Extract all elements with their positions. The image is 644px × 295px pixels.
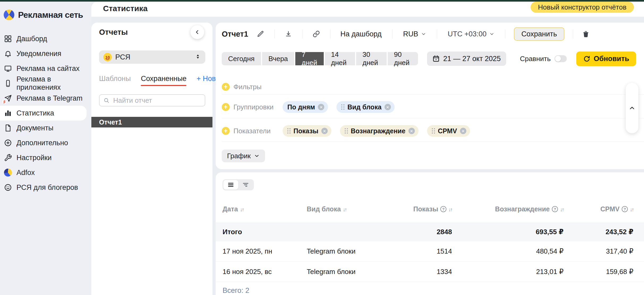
- scroll-top-button[interactable]: [626, 83, 638, 133]
- chevron-up-icon: [628, 104, 636, 112]
- calendar-icon: [432, 55, 440, 62]
- sidebar-item-ads-on-sites[interactable]: Реклама на сайтах: [0, 61, 91, 76]
- preset-7-days[interactable]: 7 дней: [295, 52, 324, 65]
- compare-label: Сравнить: [520, 55, 551, 63]
- column-header-block-type[interactable]: Вид блока: [307, 205, 412, 213]
- drag-handle-icon[interactable]: [341, 104, 344, 110]
- sidebar-item-label: Реклама на сайтах: [16, 65, 79, 73]
- sidebar-item-rsya-for-bloggers[interactable]: РСЯ для блогеров: [0, 180, 91, 195]
- collapse-panel-button[interactable]: [190, 25, 204, 39]
- sidebar-item-documents[interactable]: Документы: [0, 121, 91, 135]
- sidebar-item-statistics[interactable]: Статистика: [0, 106, 87, 121]
- preset-14-days[interactable]: 14 дней: [325, 52, 355, 65]
- sort-icon[interactable]: [343, 205, 346, 213]
- date-range-picker[interactable]: 21 — 27 окт 2025: [427, 52, 506, 66]
- column-header-date[interactable]: Дата: [223, 205, 307, 213]
- metric-chip-impressions[interactable]: Показы ×: [283, 125, 331, 137]
- tab-templates[interactable]: Шаблоны: [99, 75, 131, 83]
- add-filter-button[interactable]: +: [222, 83, 230, 91]
- help-icon[interactable]: [552, 206, 558, 212]
- compare-toggle[interactable]: [555, 55, 567, 62]
- drag-handle-icon[interactable]: [345, 128, 348, 134]
- sidebar-item-settings[interactable]: Настройки: [0, 150, 91, 165]
- chip-label: По дням: [287, 103, 315, 111]
- preset-90-days[interactable]: 90 дней: [388, 52, 418, 65]
- column-header-reward[interactable]: Вознаграждение: [452, 205, 564, 213]
- remove-chip-icon[interactable]: ×: [321, 128, 328, 134]
- drag-handle-icon[interactable]: [432, 128, 435, 134]
- add-grouping-button[interactable]: +: [222, 103, 230, 111]
- remove-chip-icon[interactable]: ×: [318, 104, 324, 110]
- delete-report-button[interactable]: [582, 30, 590, 38]
- sidebar-item-label: Реклама в приложениях: [16, 75, 91, 92]
- grouping-chip-block-type[interactable]: Вид блока ×: [336, 101, 394, 113]
- sidebar-item-notifications[interactable]: Уведомления: [0, 46, 91, 61]
- report-name: Отчет1: [222, 30, 248, 39]
- sort-icon[interactable]: [449, 205, 452, 213]
- preset-30-days[interactable]: 30 дней: [356, 52, 386, 65]
- wrench-icon: [4, 154, 12, 162]
- column-label: Показы: [413, 205, 438, 213]
- column-label: Вид блока: [307, 205, 341, 213]
- help-icon[interactable]: [622, 206, 628, 212]
- select-arrows-icon: [195, 53, 201, 61]
- timezone-select[interactable]: UTC +03:00: [448, 30, 494, 38]
- chevron-left-icon: [194, 29, 201, 36]
- divider: [222, 142, 644, 142]
- chart-view-select[interactable]: График: [222, 149, 265, 162]
- sidebar-item-adfox[interactable]: Adfox: [0, 165, 91, 180]
- tab-saved[interactable]: Сохраненные: [141, 75, 186, 83]
- account-select[interactable]: 10 РСЯ: [99, 50, 205, 64]
- to-dashboard-button[interactable]: На дашборд: [340, 30, 382, 38]
- sidebar-item-dashboard[interactable]: Дашборд: [0, 31, 91, 46]
- table-row[interactable]: 16 ноя 2025, вс Telegram блоки 1334 213,…: [216, 262, 644, 282]
- sort-icon[interactable]: [630, 205, 633, 213]
- account-name: РСЯ: [115, 53, 130, 61]
- column-header-cpmv[interactable]: CPMV: [564, 205, 633, 213]
- flat-view-button[interactable]: [223, 180, 238, 190]
- toolbar-divider: [302, 29, 302, 39]
- remove-chip-icon[interactable]: ×: [408, 128, 415, 134]
- toolbar-divider: [330, 29, 330, 39]
- drag-handle-icon[interactable]: [287, 128, 291, 134]
- sidebar-item-more[interactable]: Дополнительно: [0, 135, 91, 150]
- sidebar-item-label: Документы: [16, 124, 53, 132]
- chip-label: CPMV: [438, 127, 457, 135]
- remove-chip-icon[interactable]: ×: [385, 104, 391, 110]
- column-header-impressions[interactable]: Показы: [412, 205, 452, 213]
- sort-icon[interactable]: [240, 205, 244, 213]
- sidebar-item-ads-in-apps[interactable]: Реклама в приложениях: [0, 76, 91, 91]
- sort-icon[interactable]: [560, 205, 564, 213]
- grouping-chip-by-days[interactable]: По дням ×: [283, 101, 328, 113]
- pencil-icon: [257, 30, 264, 38]
- monitor-icon: [4, 65, 12, 72]
- save-button[interactable]: Сохранить: [514, 27, 564, 41]
- cell-impressions: 1514: [412, 247, 452, 255]
- edit-report-button[interactable]: [257, 30, 264, 38]
- grouped-view-button[interactable]: [238, 180, 253, 190]
- sidebar-item-label: Статистика: [16, 109, 54, 117]
- currency-select[interactable]: RUB: [403, 30, 426, 38]
- app-logo[interactable]: Рекламная сеть: [0, 2, 91, 20]
- report-list-item-selected[interactable]: Отчет1: [91, 117, 212, 127]
- timezone-value: UTC +03:00: [448, 30, 487, 38]
- adfox-logo-icon: [4, 169, 12, 177]
- refresh-button[interactable]: Обновить: [576, 52, 636, 66]
- help-icon[interactable]: [440, 206, 446, 212]
- sidebar-item-ads-in-telegram[interactable]: β Реклама в Telegram: [0, 91, 91, 106]
- grouped-list-icon: [242, 181, 249, 188]
- table-row[interactable]: 17 ноя 2025, пн Telegram блоки 1514 480,…: [216, 241, 644, 262]
- preset-today[interactable]: Сегодня: [222, 52, 261, 65]
- new-report-builder-button[interactable]: Новый конструктор отчётов: [531, 2, 634, 13]
- add-metric-button[interactable]: +: [222, 127, 230, 135]
- report-search[interactable]: [99, 94, 205, 106]
- sidebar-item-label: Уведомления: [16, 50, 61, 58]
- download-report-button[interactable]: [285, 30, 292, 38]
- metric-chip-reward[interactable]: Вознаграждение ×: [340, 125, 419, 137]
- preset-yesterday[interactable]: Вчера: [262, 52, 294, 65]
- search-input[interactable]: [113, 96, 201, 105]
- remove-chip-icon[interactable]: ×: [460, 128, 466, 134]
- copy-link-button[interactable]: [313, 30, 320, 38]
- table-footer-count: Всего: 2: [223, 287, 249, 295]
- metric-chip-cpmv[interactable]: CPMV ×: [427, 125, 470, 137]
